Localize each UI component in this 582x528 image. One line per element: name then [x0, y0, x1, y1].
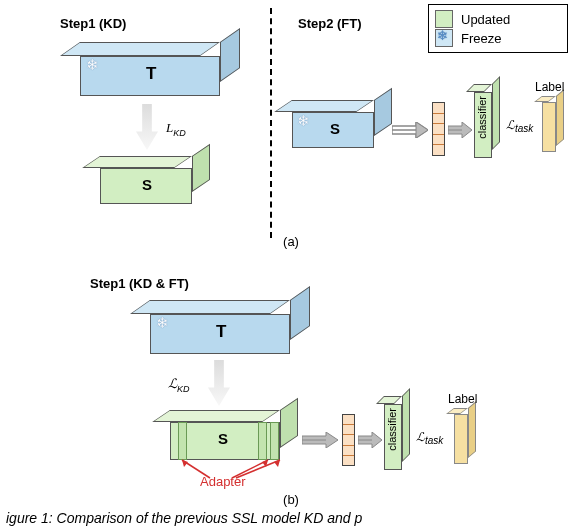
snowflake-icon: ❄: [437, 28, 448, 43]
legend-swatch-updated: [435, 10, 453, 28]
double-arrow-icon: [302, 432, 338, 448]
sublabel-b: (b): [0, 492, 582, 507]
classifier-label-b: classifier: [386, 408, 398, 451]
snowflake-icon: ❄: [297, 112, 310, 130]
task-loss-sub: task: [425, 435, 443, 446]
kd-loss-sub: KD: [177, 384, 190, 394]
double-arrow-icon: [358, 432, 382, 448]
student-block-a2: ❄ S: [292, 100, 392, 152]
legend-label-freeze: Freeze: [461, 31, 501, 46]
teacher-block-b: ❄ T: [150, 300, 310, 358]
kd-loss-sym: ℒ: [168, 376, 177, 391]
task-loss-sym: ℒ: [506, 118, 515, 132]
classifier-a: classifier: [474, 84, 500, 160]
figure-caption: igure 1: Comparison of the previous SSL …: [6, 510, 582, 526]
double-arrow-icon: [392, 122, 428, 138]
divider-dashed: [270, 8, 272, 238]
kd-arrow-b: [208, 360, 230, 406]
legend-label-updated: Updated: [461, 12, 510, 27]
label-text-a: Label: [535, 80, 564, 94]
legend-row-freeze: ❄ Freeze: [435, 29, 561, 47]
legend-row-updated: Updated: [435, 10, 561, 28]
feature-vector-a: [432, 102, 445, 156]
kd-loss-a: LKD: [166, 120, 186, 138]
stepB-title: Step1 (KD & FT): [90, 276, 189, 291]
sublabel-a: (a): [0, 234, 582, 249]
student-block-b: S: [170, 410, 300, 464]
adapter-label: Adapter: [200, 474, 246, 489]
task-loss-b: ℒtask: [416, 430, 443, 446]
task-loss-sub: task: [515, 123, 533, 134]
snowflake-icon: ❄: [156, 314, 169, 332]
label-slab-b: [454, 408, 476, 468]
kd-loss-b: ℒKD: [168, 376, 190, 394]
double-arrow-icon: [448, 122, 472, 138]
svg-marker-3: [274, 460, 280, 467]
snowflake-icon: ❄: [86, 56, 99, 74]
label-slab-a: [542, 96, 564, 156]
classifier-label-a: classifier: [476, 96, 488, 139]
classifier-b: classifier: [384, 396, 410, 472]
student-block-a: S: [100, 156, 210, 208]
feature-vector-b: [342, 414, 355, 466]
kd-arrow-a: [136, 104, 158, 150]
legend-swatch-freeze: ❄: [435, 29, 453, 47]
kd-loss-sub: KD: [173, 128, 186, 138]
step1-title: Step1 (KD): [60, 16, 126, 31]
step2-title: Step2 (FT): [298, 16, 362, 31]
teacher-block-a: ❄ T: [80, 42, 240, 100]
task-loss-sym: ℒ: [416, 430, 425, 444]
label-text-b: Label: [448, 392, 477, 406]
legend: Updated ❄ Freeze: [428, 4, 568, 53]
task-loss-a: ℒtask: [506, 118, 533, 134]
